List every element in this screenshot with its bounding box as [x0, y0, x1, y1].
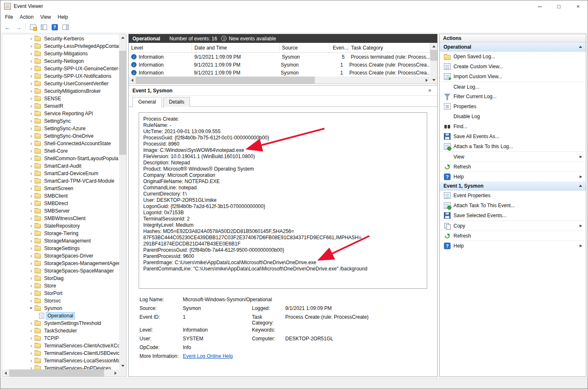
tree-item[interactable]: SmartCard-Audit	[2, 162, 119, 170]
chevron-right-icon[interactable]	[29, 328, 34, 334]
action-item[interactable]: Import Custom View...	[440, 72, 586, 82]
forward-button[interactable]: →	[13, 22, 24, 32]
chevron-right-icon[interactable]	[29, 96, 34, 102]
tree-item[interactable]: Security-LessPrivilegedAppContai	[2, 42, 119, 50]
scroll-left-arrow-icon[interactable]	[2, 369, 9, 377]
action-item[interactable]: Disable Log	[440, 111, 586, 121]
scroll-up-arrow-icon[interactable]	[430, 43, 437, 50]
tree-item[interactable]: Store	[2, 282, 119, 290]
tree-item[interactable]: StorageSpaces-Driver	[2, 252, 119, 260]
menu-item[interactable]: File	[2, 13, 16, 21]
chevron-right-icon[interactable]	[29, 66, 34, 72]
tree-item[interactable]: SettingSync-Azure	[2, 125, 119, 132]
tree-item[interactable]: TerminalServices-PnPDevices	[2, 364, 119, 369]
tree-item[interactable]: Security-UserConsentVerifier	[2, 80, 119, 87]
tree-item[interactable]: TCPIP	[2, 334, 119, 342]
chevron-right-icon[interactable]	[29, 43, 34, 49]
tree-item[interactable]: SmartCard-TPM-VCard-Module	[2, 177, 119, 185]
tree-item[interactable]: Security-Mitigations	[2, 50, 119, 57]
chevron-right-icon[interactable]	[29, 245, 34, 251]
action-item[interactable]: Attach Task To This Event...	[440, 201, 586, 211]
collapse-chevron-icon[interactable]	[579, 46, 582, 48]
chevron-right-icon[interactable]	[29, 148, 34, 154]
close-button[interactable]: ×	[568, 0, 588, 12]
tree-item[interactable]: SMBServer	[2, 207, 119, 215]
scroll-right-arrow-icon[interactable]	[112, 369, 119, 377]
tree-item[interactable]: Storage-Tiering	[2, 230, 119, 237]
tab-general[interactable]: General	[132, 97, 162, 107]
chevron-right-icon[interactable]	[29, 275, 34, 281]
action-pane-button[interactable]	[60, 22, 71, 32]
tree-item[interactable]: Shell-ConnectedAccountState	[2, 140, 119, 147]
tree-vertical-scrollbar[interactable]	[119, 34, 126, 369]
chevron-right-icon[interactable]	[29, 141, 34, 146]
column-header-source[interactable]: Source	[279, 43, 330, 52]
action-item[interactable]: Find...	[440, 121, 586, 131]
tree-item[interactable]: Service Reporting API	[2, 110, 119, 117]
event-row[interactable]: Information 9/1/2021 1:09:09 PM Sysmon 1…	[129, 61, 430, 69]
menu-item[interactable]: Help	[55, 13, 72, 21]
scroll-thumb[interactable]	[430, 50, 437, 61]
menu-item[interactable]: View	[37, 13, 55, 21]
actions-section-event[interactable]: Event 1, Sysmon	[440, 181, 586, 191]
tree-item[interactable]: Shell-Core	[2, 147, 119, 155]
scroll-up-arrow-icon[interactable]	[119, 34, 126, 41]
tree-item[interactable]: SystemSettingsThreshold	[2, 320, 119, 327]
scroll-thumb[interactable]	[119, 51, 126, 155]
scroll-right-arrow-icon[interactable]	[423, 77, 430, 84]
column-header-date-time[interactable]: Date and Time	[192, 43, 279, 52]
action-item[interactable]: Attach a Task To this Log...	[440, 141, 586, 151]
close-detail-icon[interactable]: ×	[426, 87, 434, 94]
chevron-right-icon[interactable]	[29, 163, 34, 169]
action-item[interactable]: Copy ▶	[440, 221, 586, 230]
chevron-right-icon[interactable]	[29, 343, 34, 349]
chevron-right-icon[interactable]	[29, 88, 34, 94]
tree-item[interactable]: SettingSync	[2, 117, 119, 125]
chevron-right-icon[interactable]	[29, 58, 34, 64]
action-item[interactable]: View ▶	[440, 151, 586, 161]
scroll-down-arrow-icon[interactable]	[119, 362, 126, 369]
scroll-thumb[interactable]	[136, 77, 315, 84]
event-row[interactable]: Information 9/1/2021 1:09:09 PM Sysmon 5…	[129, 53, 430, 61]
scroll-left-arrow-icon[interactable]	[129, 77, 136, 84]
event-log-online-help-link[interactable]: Event Log Online Help	[183, 353, 233, 359]
tree-item[interactable]: SMBClient	[2, 192, 119, 200]
tree-item[interactable]: StorDiag	[2, 275, 119, 282]
tab-details[interactable]: Details	[163, 97, 190, 107]
action-item[interactable]: Save Selected Events...	[440, 211, 586, 221]
chevron-right-icon[interactable]	[29, 81, 34, 87]
chevron-right-icon[interactable]	[29, 290, 34, 296]
chevron-expanded-icon[interactable]	[29, 305, 34, 311]
tree-item[interactable]: StorageSpaces-SpaceManager	[2, 267, 119, 275]
chevron-right-icon[interactable]	[29, 260, 34, 266]
action-item[interactable]: Clear Log...	[440, 82, 586, 92]
action-item[interactable]: Refresh	[440, 161, 586, 171]
column-header-task-category[interactable]: Task Category	[349, 43, 430, 52]
tree-item[interactable]: StorageSpaces-ManagementAgen	[2, 260, 119, 267]
tree-item[interactable]: SENSE	[2, 95, 119, 102]
tree-item-sysmon[interactable]: Sysmon	[2, 305, 119, 312]
chevron-right-icon[interactable]	[29, 230, 34, 236]
event-row[interactable]: Information 9/1/2021 1:09:09 PM Sysmon 1…	[129, 69, 430, 77]
chevron-right-icon[interactable]	[29, 208, 34, 214]
chevron-right-icon[interactable]	[29, 320, 34, 326]
tree-item[interactable]: Storsvc	[2, 297, 119, 305]
tree-item[interactable]: SmartCard-DeviceEnum	[2, 170, 119, 177]
action-item[interactable]: Create Custom View...	[440, 62, 586, 72]
chevron-right-icon[interactable]	[29, 178, 34, 184]
chevron-right-icon[interactable]	[29, 73, 34, 79]
console-tree-button[interactable]	[38, 22, 49, 32]
chevron-right-icon[interactable]	[29, 156, 34, 161]
column-header-level[interactable]: Level	[129, 43, 192, 52]
tree-item[interactable]: TerminalServices-LocalSessionMar	[2, 357, 119, 364]
action-item[interactable]: Help ▶	[440, 171, 586, 181]
chevron-right-icon[interactable]	[29, 358, 34, 364]
tree-item[interactable]: StorageSettings	[2, 245, 119, 252]
scrollbar-track[interactable]	[430, 61, 437, 77]
chevron-right-icon[interactable]	[29, 253, 34, 259]
chevron-right-icon[interactable]	[29, 216, 34, 221]
tree-item[interactable]: SMBWitnessClient	[2, 215, 119, 222]
chevron-right-icon[interactable]	[29, 335, 34, 341]
tree-item[interactable]: SMBDirect	[2, 200, 119, 207]
chevron-right-icon[interactable]	[29, 118, 34, 124]
